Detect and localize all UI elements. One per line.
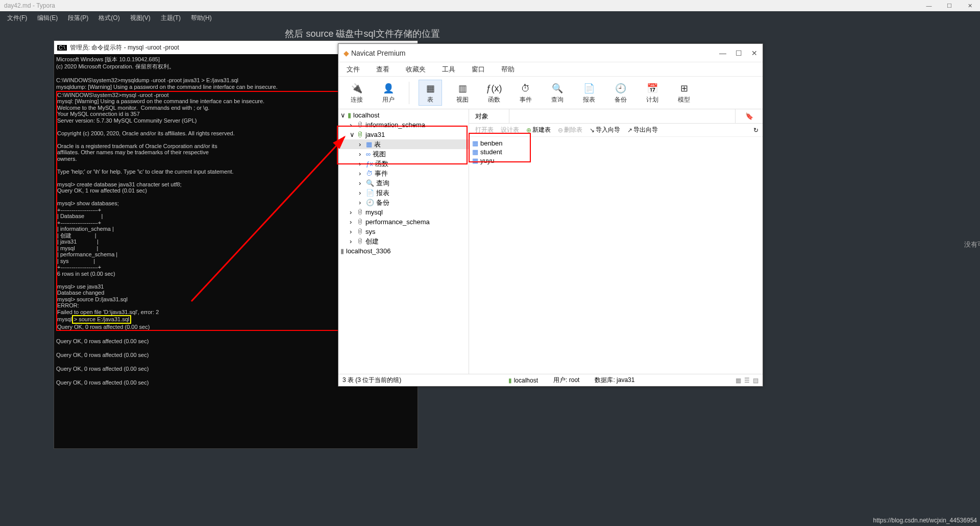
tree-db-sys[interactable]: ›🛢sys [338,227,469,236]
detail-view-icon[interactable]: ▤ [753,377,758,384]
toolbar-备份[interactable]: 🕘备份 [609,80,632,105]
cmd-icon: C:\ [57,45,67,51]
toolbar-报表[interactable]: 📄报表 [578,80,600,105]
toolbar-连接[interactable]: 🔌连接 [346,80,368,105]
status-connection: localhost [514,377,538,384]
cmd-output-post: Query OK, 0 rows affected (0.00 sec) Que… [56,338,149,386]
status-view-icons: ▦ ☰ ▤ [736,377,758,384]
action-删除表: ⊖ 删除表 [558,126,582,134]
cmd-yellowbox: > source E:/java31.sql [72,315,132,324]
close-button[interactable]: ✕ [751,49,757,57]
toolbar-模型[interactable]: ⊞模型 [673,80,695,105]
object-header: 对象 🔖 [469,109,763,124]
status-left: 3 表 (3 位于当前的组) [342,376,401,385]
menu-fav[interactable]: 收藏夹 [406,65,426,74]
action-导入向导[interactable]: ↘ 导入向导 [590,126,620,134]
table-list[interactable]: ▦benben▦student▦yuyu [469,137,763,374]
action-导出向导[interactable]: ↗ 导出向导 [627,126,658,134]
toolbar-事件[interactable]: ⏱事件 [514,80,537,105]
navicat-titlebar: ◆ Navicat Premium — ☐ ✕ [338,44,763,62]
menu-view[interactable]: 查看 [376,65,389,74]
typora-menu: 文件(F) 编辑(E) 段落(P) 格式(O) 视图(V) 主题(T) 帮助(H… [0,11,980,25]
tree-child-事件[interactable]: ›⏱事件 [338,169,469,178]
menu-file[interactable]: 文件(F) [3,14,31,22]
tree-child-备份[interactable]: ›🕘备份 [338,198,469,207]
tag-icon[interactable]: 🔖 [745,112,753,120]
tree-root[interactable]: ∨▮localhost [338,110,469,120]
menu-file[interactable]: 文件 [347,65,360,74]
cmd-yellow-prefix: mysql [57,316,72,322]
object-search[interactable] [509,109,735,123]
navicat-window: ◆ Navicat Premium — ☐ ✕ 文件 查看 收藏夹 工具 窗口 … [338,43,763,387]
tree-db-performance_schema[interactable]: ›🛢performance_schema [338,217,469,227]
menu-format[interactable]: 格式(O) [94,14,124,22]
menu-help[interactable]: 帮助 [501,65,514,74]
header-side-icons: 🔖 [735,109,763,123]
toolbar-视图[interactable]: ▥视图 [451,80,474,105]
list-view-icon[interactable]: ☰ [744,377,750,384]
status-bar: 3 表 (3 位于当前的组) ▮ localhost 用户: root 数据库:… [338,374,763,386]
cmd-title-text: 管理员: 命令提示符 - mysql -uroot -proot [70,44,179,51]
objects-label: 对象 [469,112,509,121]
cmd-redblock: C:\WINDOWS\system32>mysql -uroot -proot … [57,92,264,315]
navicat-logo-icon: ◆ [344,49,349,57]
refresh-icon[interactable]: ↻ [753,127,763,134]
menu-help[interactable]: 帮助(H) [187,14,216,22]
close-button[interactable]: ✕ [960,0,980,11]
maximize-button[interactable]: ☐ [939,0,960,11]
minimize-button[interactable]: — [919,0,939,11]
toolbar-函数[interactable]: ƒ(x)函数 [483,80,505,105]
menu-edit[interactable]: 编辑(E) [33,14,62,22]
tree-db-mysql[interactable]: ›🛢mysql [338,207,469,217]
annotation-redbox-tree [337,126,468,164]
status-user: 用户: root [553,376,579,385]
cmd-output-pre: Microsoft Windows [版本 10.0.19042.685] (c… [56,56,278,90]
minimize-button[interactable]: — [719,49,726,57]
cmd-red-tail: Query OK, 0 rows affected (0.00 sec) [57,324,150,330]
status-db: 数据库: java31 [595,376,634,385]
watermark: https://blog.csdn.net/wcjxin_44536954 [873,517,977,524]
tree-child-报表[interactable]: ›📄报表 [338,188,469,198]
typora-title: day42.md - Typora [4,2,55,9]
menu-tools[interactable]: 工具 [442,65,455,74]
navicat-menu: 文件 查看 收藏夹 工具 窗口 帮助 [338,62,763,77]
maximize-button[interactable]: ☐ [736,49,742,57]
navicat-toolbar: 🔌连接👤用户▦表▥视图ƒ(x)函数⏱事件🔍查询📄报表🕘备份📅计划⊞模型 [338,77,763,109]
typora-titlebar: day42.md - Typora — ☐ ✕ [0,0,980,11]
connection-icon: ▮ [508,377,512,384]
typora-window-buttons: — ☐ ✕ [919,0,980,11]
toolbar-用户[interactable]: 👤用户 [377,80,400,105]
menu-window[interactable]: 窗口 [472,65,485,74]
navicat-window-buttons: — ☐ ✕ [719,49,757,57]
navicat-title: Navicat Premium [351,49,406,57]
toolbar-计划[interactable]: 📅计划 [641,80,664,105]
menu-theme[interactable]: 主题(T) [157,14,185,22]
truncated-sidebar-text: 没有可 [964,240,980,249]
menu-view[interactable]: 视图(V) [126,14,155,22]
toolbar-表[interactable]: ▦表 [419,80,442,106]
toolbar-查询[interactable]: 🔍查询 [546,80,569,105]
grid-view-icon[interactable]: ▦ [736,377,741,384]
menu-paragraph[interactable]: 段落(P) [64,14,92,22]
tree-db-创建[interactable]: ›🛢创建 [338,236,469,246]
tree-extra[interactable]: ▮localhost_3306 [338,246,469,256]
tree-child-查询[interactable]: ›🔍查询 [338,178,469,188]
annotation-redbox-tables [469,133,531,162]
